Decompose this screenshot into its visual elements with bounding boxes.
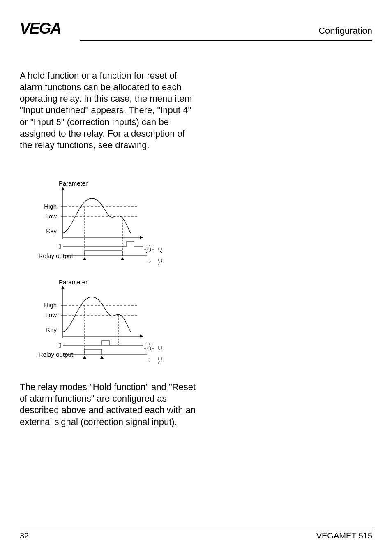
footer-rule bbox=[20, 527, 372, 527]
svg-point-28 bbox=[148, 260, 150, 262]
label-high-1: High bbox=[44, 203, 57, 210]
label-low-1: Low bbox=[45, 213, 57, 220]
light-on-icon bbox=[144, 245, 154, 255]
label-parameter-2: Parameter bbox=[59, 278, 88, 285]
label-parameter-1: Parameter bbox=[59, 180, 88, 187]
relay-symbol-bottom bbox=[159, 259, 162, 265]
svg-point-45 bbox=[148, 347, 151, 350]
svg-point-56 bbox=[148, 359, 150, 361]
diagram-reset-function: Parameter High Low Key Relay output bbox=[20, 278, 372, 369]
label-relay-2: Relay output bbox=[39, 351, 74, 358]
label-low-2: Low bbox=[45, 311, 57, 318]
relay-symbol-bottom-2 bbox=[159, 357, 162, 364]
relay-symbol-top-2 bbox=[159, 346, 162, 351]
page-number: 32 bbox=[20, 531, 29, 541]
paragraph-1: A hold function or a function for reset … bbox=[20, 70, 196, 151]
svg-line-59 bbox=[159, 360, 162, 362]
label-high-2: High bbox=[44, 302, 57, 309]
svg-line-23 bbox=[145, 252, 147, 253]
svg-line-51 bbox=[145, 351, 147, 352]
svg-line-24 bbox=[152, 252, 153, 253]
relay-symbol-top bbox=[159, 248, 162, 253]
svg-marker-43 bbox=[83, 356, 86, 359]
key-pulse-1 bbox=[59, 241, 143, 248]
label-relay-1: Relay output bbox=[39, 252, 74, 259]
svg-marker-44 bbox=[100, 356, 104, 359]
svg-line-50 bbox=[152, 345, 153, 346]
header-rule bbox=[80, 40, 372, 41]
svg-point-16 bbox=[148, 248, 151, 251]
svg-line-22 bbox=[152, 246, 153, 247]
light-off-icon bbox=[148, 260, 150, 262]
svg-line-21 bbox=[145, 246, 147, 247]
svg-line-55 bbox=[159, 349, 162, 351]
label-key-2: Key bbox=[46, 326, 57, 333]
light-off-icon-2 bbox=[148, 359, 150, 361]
svg-text:VEGA: VEGA bbox=[20, 20, 61, 36]
svg-marker-14 bbox=[83, 257, 86, 260]
paragraph-2: The relay modes "Hold function" and "Res… bbox=[20, 381, 196, 428]
svg-line-31 bbox=[159, 261, 162, 264]
vega-logo: VEGA bbox=[20, 20, 72, 41]
label-key-1: Key bbox=[46, 227, 57, 234]
svg-line-49 bbox=[145, 345, 147, 346]
svg-marker-15 bbox=[121, 257, 124, 260]
svg-line-27 bbox=[159, 250, 162, 253]
svg-line-52 bbox=[152, 351, 153, 352]
page-footer: 32 VEGAMET 515 bbox=[20, 527, 372, 541]
section-title: Configuration bbox=[318, 26, 372, 36]
light-on-icon-2 bbox=[144, 343, 154, 352]
page-header: VEGA Configuration bbox=[20, 20, 372, 41]
product-name: VEGAMET 515 bbox=[316, 531, 372, 541]
diagram-hold-function: Parameter High Low Key Relay output bbox=[20, 180, 372, 270]
